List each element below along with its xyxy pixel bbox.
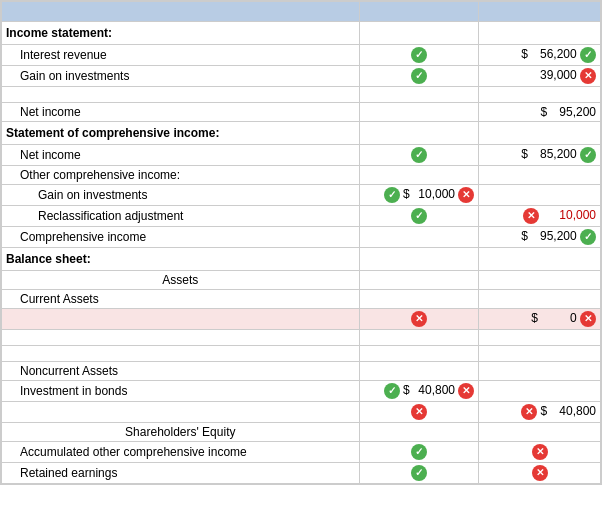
reclassification-col2: ✓ <box>359 206 479 227</box>
net-income-comp-label: Net income <box>2 145 360 166</box>
net-income-value: $ 95,200 <box>479 103 601 122</box>
table-row: Investment in bonds ✓ $ 40,800 ✕ <box>2 381 601 402</box>
x-icon: ✕ <box>580 68 596 84</box>
check-icon: ✓ <box>411 47 427 63</box>
empty-row <box>2 330 601 346</box>
net-income-comp-col2: ✓ <box>359 145 479 166</box>
table-row: Gain on investments ✓ 39,000 ✕ <box>2 66 601 87</box>
header-col2 <box>359 2 479 22</box>
gain-investments-col3: 39,000 ✕ <box>479 66 601 87</box>
table-row: Retained earnings ✓ ✕ <box>2 463 601 484</box>
table-row: Accumulated other comprehensive income ✓… <box>2 442 601 463</box>
check-icon: ✓ <box>411 444 427 460</box>
dollar-sign: $ <box>531 311 538 325</box>
header-col1 <box>2 2 360 22</box>
gain-comp-col2: ✓ $ 10,000 ✕ <box>359 185 479 206</box>
table-row: Net income ✓ $ 85,200 ✓ <box>2 145 601 166</box>
table-row: Current Assets <box>2 290 601 309</box>
comprehensive-income-label: Comprehensive income <box>2 227 360 248</box>
x-icon: ✕ <box>532 465 548 481</box>
net-income-label: Net income <box>2 103 360 122</box>
net-income-row: Net income $ 95,200 <box>2 103 601 122</box>
check-icon: ✓ <box>580 47 596 63</box>
retained-earnings-col3: ✕ <box>479 463 601 484</box>
comprehensive-label: Statement of comprehensive income: <box>2 122 360 145</box>
check-icon: ✓ <box>411 208 427 224</box>
dollar-sign: $ <box>541 105 548 119</box>
check-icon: ✓ <box>384 383 400 399</box>
check-icon: ✓ <box>384 187 400 203</box>
table-row: Reclassification adjustment ✓ ✕ 10,000 <box>2 206 601 227</box>
current-asset-name <box>2 309 360 330</box>
current-asset-col2: ✕ <box>359 309 479 330</box>
dollar-sign: $ <box>541 404 548 418</box>
x-icon: ✕ <box>458 187 474 203</box>
dollar-sign: $ <box>521 229 528 243</box>
current-assets-label: Current Assets <box>2 290 360 309</box>
x-icon: ✕ <box>532 444 548 460</box>
income-col2 <box>359 22 479 45</box>
check-icon: ✓ <box>411 465 427 481</box>
accumulated-oci-label: Accumulated other comprehensive income <box>2 442 360 463</box>
reclassification-col3: ✕ 10,000 <box>479 206 601 227</box>
investment-bonds-col2: ✓ $ 40,800 ✕ <box>359 381 479 402</box>
table-row: Assets <box>2 271 601 290</box>
income-col3 <box>479 22 601 45</box>
noncurrent-row2-col3: ✕ $ 40,800 <box>479 402 601 423</box>
table-row: Comprehensive income $ 95,200 ✓ <box>2 227 601 248</box>
income-statement-label: Income statement: <box>2 22 360 45</box>
x-icon: ✕ <box>523 208 539 224</box>
gain-investments-col2: ✓ <box>359 66 479 87</box>
balance-sheet-label: Balance sheet: <box>2 248 360 271</box>
dollar-sign: $ <box>521 47 528 61</box>
net-income-comp-col3: $ 85,200 ✓ <box>479 145 601 166</box>
accumulated-oci-col3: ✕ <box>479 442 601 463</box>
table-row: Other comprehensive income: <box>2 166 601 185</box>
check-icon: ✓ <box>580 147 596 163</box>
check-icon: ✓ <box>411 68 427 84</box>
header-col3 <box>479 2 601 22</box>
x-icon: ✕ <box>521 404 537 420</box>
comprehensive-income-col3: $ 95,200 ✓ <box>479 227 601 248</box>
dollar-sign: $ <box>403 187 410 201</box>
interest-revenue-col3: $ 56,200 ✓ <box>479 45 601 66</box>
gain-comp-label: Gain on investments <box>2 185 360 206</box>
table-row: Interest revenue ✓ $ 56,200 ✓ <box>2 45 601 66</box>
table-row: Noncurrent Assets <box>2 362 601 381</box>
gain-investments-label: Gain on investments <box>2 66 360 87</box>
x-icon: ✕ <box>580 311 596 327</box>
comprehensive-header: Statement of comprehensive income: <box>2 122 601 145</box>
current-asset-col3: $ 0 ✕ <box>479 309 601 330</box>
table-row: Shareholders' Equity <box>2 423 601 442</box>
reclassification-label: Reclassification adjustment <box>2 206 360 227</box>
x-icon: ✕ <box>458 383 474 399</box>
retained-earnings-label: Retained earnings <box>2 463 360 484</box>
accumulated-oci-col2: ✓ <box>359 442 479 463</box>
noncurrent-row2-name <box>2 402 360 423</box>
noncurrent-row2-col2: ✕ <box>359 402 479 423</box>
balance-sheet-header: Balance sheet: <box>2 248 601 271</box>
main-table: Income statement: Interest revenue ✓ $ 5… <box>0 0 602 485</box>
assets-label: Assets <box>2 271 360 290</box>
x-icon: ✕ <box>411 404 427 420</box>
x-icon: ✕ <box>411 311 427 327</box>
retained-earnings-col2: ✓ <box>359 463 479 484</box>
interest-revenue-col2: ✓ <box>359 45 479 66</box>
interest-revenue-label: Interest revenue <box>2 45 360 66</box>
other-comp-label: Other comprehensive income: <box>2 166 360 185</box>
dollar-sign: $ <box>521 147 528 161</box>
table-row: ✕ ✕ $ 40,800 <box>2 402 601 423</box>
check-icon: ✓ <box>411 147 427 163</box>
dollar-sign: $ <box>403 383 410 397</box>
investment-bonds-label: Investment in bonds <box>2 381 360 402</box>
equity-label: Shareholders' Equity <box>2 423 360 442</box>
empty-row <box>2 346 601 362</box>
table-row: ✕ $ 0 ✕ <box>2 309 601 330</box>
noncurrent-assets-label: Noncurrent Assets <box>2 362 360 381</box>
income-statement-header: Income statement: <box>2 22 601 45</box>
check-icon: ✓ <box>580 229 596 245</box>
table-row: Gain on investments ✓ $ 10,000 ✕ <box>2 185 601 206</box>
empty-row <box>2 87 601 103</box>
